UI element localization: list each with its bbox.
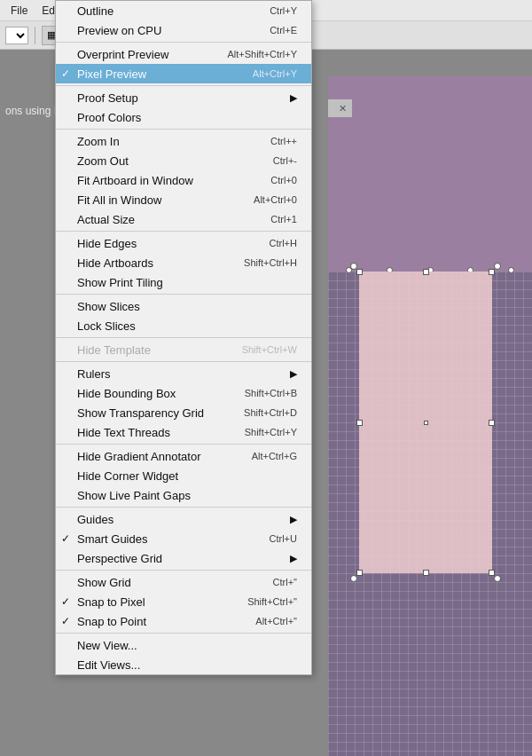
- artboard-background: [328, 76, 532, 756]
- menu-item-label-11: Fit Artboard in Window: [77, 174, 193, 187]
- toolbar-separator-1: [35, 27, 35, 44]
- menu-item-snap-to-pixel[interactable]: ✓Snap to PixelShift+Ctrl+": [56, 592, 311, 611]
- menu-shortcut-4: Alt+Ctrl+Y: [235, 68, 297, 79]
- menu-checkmark-39: ✓: [61, 615, 70, 627]
- menu-item-fit-artboard-in-window[interactable]: Fit Artboard in WindowCtrl+0: [56, 170, 311, 190]
- menu-item-hide-template: Hide TemplateShift+Ctrl+W: [56, 340, 311, 359]
- toolbar-dropdown-1[interactable]: [5, 26, 28, 45]
- menu-item-actual-size[interactable]: Actual SizeCtrl+1: [56, 209, 311, 229]
- menu-item-hide-bounding-box[interactable]: Hide Bounding BoxShift+Ctrl+B: [56, 383, 311, 403]
- panel-tab: ✕: [328, 99, 352, 117]
- menu-file[interactable]: File: [4, 3, 35, 19]
- menu-shortcut-11: Ctrl+0: [253, 175, 297, 185]
- menu-shortcut-38: Shift+Ctrl+": [230, 596, 297, 607]
- handle-center: [424, 421, 428, 425]
- menu-item-label-3: Overprint Preview: [77, 48, 168, 61]
- menu-item-label-42: Edit Views...: [77, 658, 140, 672]
- menu-item-zoom-out[interactable]: Zoom OutCtrl+-: [56, 151, 311, 170]
- menu-shortcut-3: Alt+Shift+Ctrl+Y: [209, 49, 297, 59]
- menu-item-edit-views[interactable]: Edit Views...: [56, 655, 311, 674]
- menu-item-label-33: Guides: [77, 513, 113, 526]
- menu-shortcut-0: Ctrl+Y: [252, 5, 297, 16]
- canvas-left-text: ons using Ill: [5, 105, 61, 117]
- menu-item-snap-to-point[interactable]: ✓Snap to PointAlt+Ctrl+": [56, 611, 311, 631]
- menu-item-show-live-paint-gaps[interactable]: Show Live Paint Gaps: [56, 485, 311, 505]
- menu-separator-40: [56, 633, 311, 634]
- menu-item-label-27: Hide Text Threads: [77, 426, 170, 439]
- menu-item-label-20: Lock Slices: [77, 319, 136, 333]
- menu-item-label-37: Show Grid: [77, 576, 131, 589]
- handle-corner-tr: [489, 269, 495, 275]
- menu-item-proof-setup[interactable]: Proof Setup▶: [56, 88, 311, 107]
- menu-item-new-view[interactable]: New View...: [56, 635, 311, 655]
- menu-item-label-17: Show Print Tiling: [77, 276, 163, 289]
- menu-item-label-6: Proof Setup: [77, 91, 138, 105]
- menu-item-guides[interactable]: Guides▶: [56, 509, 311, 529]
- menu-shortcut-22: Shift+Ctrl+W: [224, 344, 297, 355]
- handle-corner-bm: [423, 570, 429, 576]
- menu-item-outline[interactable]: OutlineCtrl+Y: [56, 1, 311, 20]
- menu-separator-23: [56, 361, 311, 362]
- menu-item-show-slices[interactable]: Show Slices: [56, 296, 311, 316]
- menu-item-show-transparency-grid[interactable]: Show Transparency GridShift+Ctrl+D: [56, 403, 311, 422]
- menu-item-label-25: Hide Bounding Box: [77, 387, 176, 400]
- menu-item-show-print-tiling[interactable]: Show Print Tiling: [56, 272, 311, 292]
- menu-shortcut-26: Shift+Ctrl+D: [226, 407, 297, 418]
- menu-item-show-grid[interactable]: Show GridCtrl+": [56, 572, 311, 592]
- menu-shortcut-37: Ctrl+": [255, 577, 297, 587]
- menu-item-hide-edges[interactable]: Hide EdgesCtrl+H: [56, 233, 311, 253]
- menu-item-overprint-preview[interactable]: Overprint PreviewAlt+Shift+Ctrl+Y: [56, 44, 311, 64]
- toolbar-select-1[interactable]: [5, 27, 28, 44]
- menu-shortcut-34: Ctrl+U: [252, 533, 297, 544]
- menu-shortcut-10: Ctrl+-: [255, 155, 297, 166]
- menu-shortcut-39: Alt+Ctrl+": [238, 616, 297, 626]
- handle-rot-tr: [494, 263, 501, 270]
- menu-shortcut-12: Alt+Ctrl+0: [236, 194, 297, 205]
- menu-item-label-16: Hide Artboards: [77, 256, 153, 270]
- menu-item-label-41: New View...: [77, 639, 137, 652]
- handle-rot-bl: [350, 575, 357, 582]
- art-top-rect: [328, 76, 532, 272]
- menu-item-pixel-preview[interactable]: ✓Pixel PreviewAlt+Ctrl+Y: [56, 64, 311, 83]
- panel-tab-close[interactable]: ✕: [339, 103, 347, 114]
- menu-item-perspective-grid[interactable]: Perspective Grid▶: [56, 548, 311, 568]
- handle-rot-tl: [350, 263, 357, 270]
- menu-item-smart-guides[interactable]: ✓Smart GuidesCtrl+U: [56, 529, 311, 548]
- handle-corner-ml: [356, 420, 363, 426]
- menu-separator-28: [56, 444, 311, 445]
- menu-item-label-26: Show Transparency Grid: [77, 406, 204, 420]
- handle-dot-right: [508, 267, 514, 273]
- menu-item-hide-artboards[interactable]: Hide ArtboardsShift+Ctrl+H: [56, 253, 311, 272]
- menu-item-hide-corner-widget[interactable]: Hide Corner Widget: [56, 466, 311, 485]
- handle-corner-tl: [356, 269, 363, 275]
- menu-shortcut-16: Shift+Ctrl+H: [226, 257, 297, 268]
- menu-checkmark-4: ✓: [61, 67, 70, 80]
- menu-checkmark-38: ✓: [61, 595, 70, 608]
- handle-rot-br: [494, 575, 501, 582]
- menu-checkmark-34: ✓: [61, 532, 70, 545]
- menu-item-hide-gradient-annotator[interactable]: Hide Gradient AnnotatorAlt+Ctrl+G: [56, 446, 311, 466]
- menu-separator-14: [56, 231, 311, 232]
- menu-arrow-33: ▶: [290, 514, 297, 525]
- menu-shortcut-9: Ctrl++: [253, 136, 297, 146]
- menu-item-fit-all-in-window[interactable]: Fit All in WindowAlt+Ctrl+0: [56, 190, 311, 209]
- menu-item-hide-text-threads[interactable]: Hide Text ThreadsShift+Ctrl+Y: [56, 422, 311, 442]
- menu-item-label-4: Pixel Preview: [77, 67, 146, 81]
- handle-corner-br: [489, 570, 495, 576]
- menu-item-label-24: Rulers: [77, 367, 111, 381]
- menu-separator-32: [56, 507, 311, 508]
- menu-item-rulers[interactable]: Rulers▶: [56, 364, 311, 383]
- menu-item-label-0: Outline: [77, 4, 113, 18]
- menu-item-label-39: Snap to Point: [77, 615, 146, 628]
- handle-corner-mr: [489, 420, 495, 426]
- menu-item-zoom-in[interactable]: Zoom InCtrl++: [56, 131, 311, 151]
- menu-item-label-19: Show Slices: [77, 300, 140, 313]
- menu-item-proof-colors[interactable]: Proof Colors: [56, 107, 311, 127]
- menu-item-preview-on-cpu[interactable]: Preview on CPUCtrl+E: [56, 20, 311, 40]
- menu-arrow-35: ▶: [290, 553, 297, 564]
- menu-item-lock-slices[interactable]: Lock Slices: [56, 316, 311, 335]
- menu-item-label-31: Show Live Paint Gaps: [77, 489, 191, 502]
- menu-shortcut-13: Ctrl+1: [253, 214, 297, 224]
- menu-separator-5: [56, 85, 311, 86]
- menu-item-label-13: Actual Size: [77, 213, 135, 226]
